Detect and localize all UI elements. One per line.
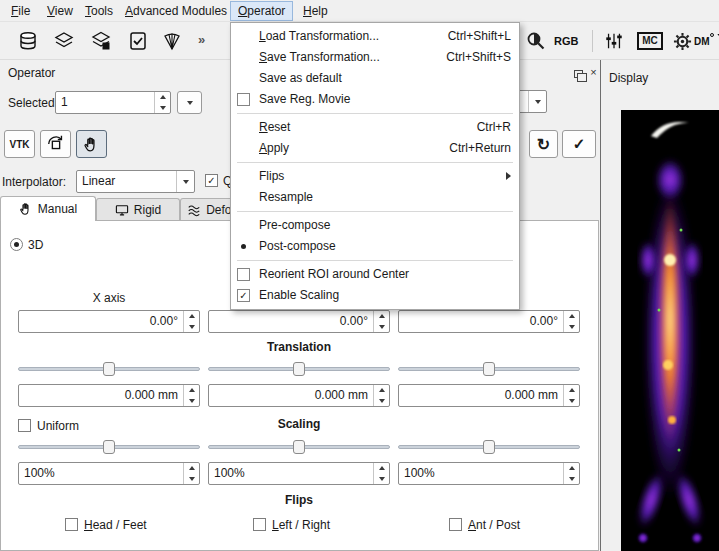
rgb-mode-button[interactable]: RGB <box>554 35 578 47</box>
layers-edit-button[interactable] <box>89 29 113 53</box>
checklist-button[interactable] <box>126 29 150 53</box>
checkbox-unchecked-icon <box>237 268 250 281</box>
spin-down-button[interactable] <box>374 474 389 485</box>
settings-button[interactable] <box>670 29 694 53</box>
slider-handle[interactable] <box>293 440 305 454</box>
menu-item-save-reg-movie[interactable]: Save Reg. Movie <box>231 89 519 110</box>
dm-module-icon: DM <box>694 36 710 47</box>
scaling-z-spinbox[interactable]: 100% <box>398 462 580 485</box>
spin-up-button[interactable] <box>184 385 199 396</box>
menu-item-reset[interactable]: Reset Ctrl+R <box>231 117 519 138</box>
slider-handle[interactable] <box>483 440 495 454</box>
spin-down-button[interactable] <box>184 474 199 485</box>
flip-head-feet-checkbox[interactable] <box>65 518 78 531</box>
selected-spinbox[interactable]: 1 <box>55 91 171 114</box>
vtk-button[interactable]: VTK <box>4 130 35 158</box>
spin-down-button[interactable] <box>374 396 389 407</box>
contrast-zoom-button[interactable] <box>524 29 548 53</box>
translation-slider-y[interactable] <box>208 362 390 376</box>
flip-ant-post-checkbox[interactable] <box>449 518 462 531</box>
scaling-slider-y[interactable] <box>208 440 390 454</box>
slider-handle[interactable] <box>483 362 495 376</box>
translation-slider-x[interactable] <box>18 362 200 376</box>
tab-rigid[interactable]: Rigid <box>96 198 180 221</box>
menu-item-resample[interactable]: Resample <box>231 187 519 208</box>
spin-down-button[interactable] <box>564 322 579 333</box>
rotation-y-spinbox[interactable]: 0.00° <box>208 310 390 333</box>
clipped-toolbar-button[interactable] <box>714 29 719 53</box>
menu-item-apply[interactable]: Apply Ctrl+Return <box>231 138 519 159</box>
menu-item-post-compose[interactable]: Post-compose <box>231 236 519 257</box>
translation-y-spinbox[interactable]: 0.000 mm <box>208 384 390 407</box>
flip-ant-post-label[interactable]: Ant / Post <box>468 518 520 532</box>
reset-view-button[interactable]: ↻ <box>529 130 558 158</box>
menu-item-pre-compose[interactable]: Pre-compose <box>231 215 519 236</box>
menu-item-reorient-roi[interactable]: Reorient ROI around Center <box>231 264 519 285</box>
spin-down-button[interactable] <box>564 474 579 485</box>
refresh-icon: ↻ <box>537 135 550 154</box>
menu-item-save-as-default[interactable]: Save as default <box>231 68 519 89</box>
menu-item-label: Post-compose <box>259 239 336 253</box>
menu-operator[interactable]: Operator <box>230 1 293 21</box>
scaling-x-spinbox[interactable]: 100% <box>18 462 200 485</box>
spin-down-button[interactable] <box>184 322 199 333</box>
spin-down-button[interactable] <box>564 396 579 407</box>
spin-down-button[interactable] <box>184 396 199 407</box>
translation-slider-z[interactable] <box>398 362 580 376</box>
scaling-y-spinbox[interactable]: 100% <box>208 462 390 485</box>
scaling-slider-z[interactable] <box>398 440 580 454</box>
motion-correction-button[interactable]: MC <box>636 29 664 53</box>
menu-item-flips[interactable]: Flips <box>231 166 519 187</box>
menu-help[interactable]: Help <box>296 1 335 21</box>
spin-down-button[interactable] <box>374 322 389 333</box>
menu-view[interactable]: View <box>40 1 80 21</box>
menu-item-label: Reset <box>259 120 290 134</box>
translation-x-spinbox[interactable]: 0.000 mm <box>18 384 200 407</box>
spin-down-button[interactable] <box>155 103 170 114</box>
spin-up-button[interactable] <box>374 311 389 322</box>
histogram-tool-button[interactable] <box>602 29 626 53</box>
toolbar-overflow-button[interactable]: » <box>198 32 205 47</box>
dm-module-button[interactable]: DM <box>694 36 710 47</box>
spin-up-button[interactable] <box>155 92 170 103</box>
layers-button[interactable] <box>52 29 76 53</box>
spin-up-button[interactable] <box>564 311 579 322</box>
selected-dropdown-button[interactable] <box>177 91 202 114</box>
quality-checkbox[interactable]: ✓ <box>205 174 218 187</box>
flip-left-right-label[interactable]: Left / Right <box>272 518 330 532</box>
menu-item-save-transformation[interactable]: Save Transformation... Ctrl+Shift+S <box>231 47 519 68</box>
slider-handle[interactable] <box>103 362 115 376</box>
dock-float-button[interactable] <box>572 67 585 80</box>
slider-handle[interactable] <box>293 362 305 376</box>
display-viewport[interactable] <box>621 110 719 551</box>
apply-button[interactable]: ✓ <box>562 130 596 158</box>
panel-splitter[interactable] <box>600 60 601 551</box>
spin-up-button[interactable] <box>564 463 579 474</box>
menu-tools[interactable]: Tools <box>78 1 120 21</box>
scaling-slider-x[interactable] <box>18 440 200 454</box>
spin-up-button[interactable] <box>564 385 579 396</box>
mode-3d-radio[interactable] <box>10 238 23 251</box>
rotation-z-spinbox[interactable]: 0.00° <box>398 310 580 333</box>
spin-up-button[interactable] <box>184 463 199 474</box>
spin-up-button[interactable] <box>374 463 389 474</box>
tab-manual[interactable]: Manual <box>0 196 96 221</box>
dock-close-button[interactable]: × <box>587 66 600 79</box>
menu-item-load-transformation[interactable]: Load Transformation... Ctrl+Shift+L <box>231 26 519 47</box>
spin-up-button[interactable] <box>184 311 199 322</box>
translation-z-spinbox[interactable]: 0.000 mm <box>398 384 580 407</box>
rotate-view-button[interactable] <box>40 130 71 158</box>
data-manager-button[interactable] <box>16 29 40 53</box>
rotation-x-spinbox[interactable]: 0.00° <box>18 310 200 333</box>
slider-handle[interactable] <box>103 440 115 454</box>
menu-item-enable-scaling[interactable]: ✓ Enable Scaling <box>231 285 519 306</box>
interpolator-combobox[interactable]: Linear <box>76 170 195 193</box>
flip-head-feet-label[interactable]: Head / Feet <box>84 518 147 532</box>
reconstruction-button[interactable] <box>160 29 184 53</box>
pan-hand-button[interactable] <box>76 130 107 158</box>
menu-advanced-modules[interactable]: Advanced Modules <box>118 1 234 21</box>
menu-file[interactable]: File <box>4 1 37 21</box>
spin-up-button[interactable] <box>374 385 389 396</box>
mode-3d-label[interactable]: 3D <box>28 238 43 252</box>
flip-left-right-checkbox[interactable] <box>253 518 266 531</box>
